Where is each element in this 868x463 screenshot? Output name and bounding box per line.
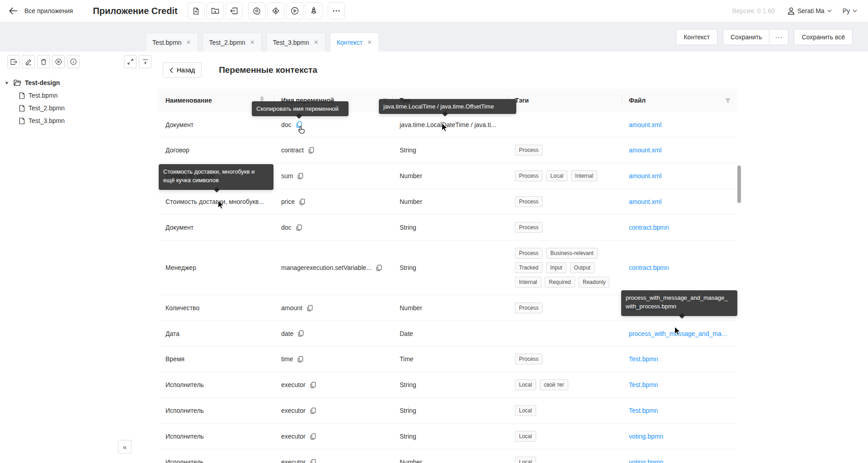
table-row[interactable]: Менеджерmanagerexecution.setVariable...S… <box>158 241 737 295</box>
copy-icon[interactable] <box>310 459 316 463</box>
tree-root-folder[interactable]: ▼ Test-design <box>5 76 154 89</box>
user-icon <box>788 7 795 15</box>
variables-table: Наименование Имя переменной Тип <box>158 89 737 463</box>
copy-icon[interactable] <box>299 198 306 205</box>
file-link[interactable]: amount.xml <box>629 198 661 205</box>
table-row[interactable]: ИсполнительexecutorStringLocalTest.bpmn <box>158 398 737 424</box>
export-button[interactable] <box>7 55 20 68</box>
column-header-file[interactable]: Файл <box>622 89 737 112</box>
variable-title: Исполнитель <box>165 407 204 414</box>
copy-icon[interactable] <box>308 147 315 154</box>
tab-контекст[interactable]: Контекст✕ <box>330 33 379 52</box>
copy-icon[interactable] <box>297 356 304 363</box>
save-more-button[interactable]: ··· <box>769 29 788 45</box>
tag-badge: Input <box>546 262 566 273</box>
back-arrow-icon[interactable] <box>9 6 18 15</box>
table-row[interactable]: ДатаdateDateprocess_with_message_and_mas… <box>158 321 737 346</box>
tab-test-bpmn[interactable]: Test.bpmn✕ <box>146 33 198 52</box>
column-header-tags[interactable]: Тэги <box>508 89 622 112</box>
file-link[interactable]: Test.bpmn <box>629 381 658 388</box>
copy-icon[interactable] <box>297 330 304 337</box>
app-root: Все приложения Приложение Credit Версия <box>0 0 868 463</box>
context-button[interactable]: Контекст <box>676 29 717 45</box>
tree-file-test-2-bpmn[interactable]: Test_2.bpmn <box>5 102 154 114</box>
edit-button[interactable] <box>22 55 35 68</box>
split-plus-icon <box>142 59 148 65</box>
save-button[interactable]: Сохранить <box>723 29 770 45</box>
tab-close-icon[interactable]: ✕ <box>367 39 372 46</box>
copy-icon[interactable] <box>296 121 302 128</box>
variable-name: executor <box>281 433 306 440</box>
folder-add-icon <box>211 7 219 14</box>
copy-icon[interactable] <box>376 265 382 271</box>
variable-name: price <box>281 198 295 205</box>
tab-close-icon[interactable]: ✕ <box>314 39 319 46</box>
table-row[interactable]: Документdocjava.time.LocalDateTime / jav… <box>158 112 737 137</box>
caret-down-icon[interactable]: ▼ <box>5 80 11 85</box>
tab-test-3-bpmn[interactable]: Test_3.bpmn✕ <box>266 33 326 52</box>
table-row[interactable]: ВремяtimeTimeProcessTest.bpmn <box>158 346 737 372</box>
import-button[interactable] <box>226 2 243 19</box>
info-button[interactable] <box>67 55 80 68</box>
table-row[interactable]: ДоговорcontractStringProcessamount.xml <box>158 137 737 163</box>
page-header: Назад Переменные контекста <box>163 62 317 78</box>
new-file-button[interactable] <box>188 2 205 19</box>
all-applications-link[interactable]: Все приложения <box>24 7 73 14</box>
open-folder-icon <box>14 80 21 86</box>
filter-icon[interactable] <box>725 98 731 105</box>
file-link[interactable]: voting.bpmn <box>629 433 663 440</box>
tree-file-test-bpmn[interactable]: Test.bpmn <box>5 89 154 102</box>
debug-button[interactable] <box>305 2 322 19</box>
table-row[interactable]: ИсполнительexecutorNumberLocalvoting.bpm… <box>158 449 737 463</box>
table-row[interactable]: ИсполнительexecutorStringLocalсвой тегTe… <box>158 372 737 398</box>
file-link[interactable]: Test.bpmn <box>629 407 658 414</box>
file-link[interactable]: amount.xml <box>629 172 661 180</box>
tree-file-test-3-bpmn[interactable]: Test_3.bpmn <box>5 114 154 127</box>
edit-pencil-icon <box>25 59 32 65</box>
tree-file-label: Test_2.bpmn <box>28 104 65 112</box>
collapse-sidebar-button[interactable]: « <box>118 440 132 454</box>
more-actions-button[interactable] <box>328 2 345 19</box>
delete-button[interactable] <box>37 55 50 68</box>
chevron-down-icon <box>827 9 832 13</box>
file-link[interactable]: voting.bpmn <box>629 458 663 463</box>
copy-icon[interactable] <box>310 407 316 414</box>
run-button[interactable] <box>286 2 303 19</box>
user-menu[interactable]: Serati Ma <box>788 7 832 15</box>
variable-type: String <box>400 224 416 231</box>
settings-button[interactable] <box>248 2 265 19</box>
file-link[interactable]: process_with_message_and_mas... <box>629 330 730 337</box>
variable-type: String <box>400 381 416 388</box>
tab-label: Test_2.bpmn <box>209 39 245 46</box>
new-folder-button[interactable] <box>207 2 224 19</box>
variable-type: String <box>400 146 416 154</box>
copy-icon[interactable] <box>310 433 316 440</box>
run-process-button[interactable] <box>52 55 65 68</box>
file-link[interactable]: contract.bpmn <box>629 224 669 231</box>
variable-type: Date <box>400 330 413 337</box>
table-row[interactable]: Стоимость доставки, многобукв...priceNum… <box>158 189 737 215</box>
tooltip-long-filename: process_with_message_and_masage_ with_pr… <box>621 290 737 316</box>
tag-list: Process <box>515 145 542 156</box>
copy-icon[interactable] <box>297 173 304 180</box>
file-link[interactable]: amount.xml <box>629 121 661 128</box>
file-link[interactable]: Test.bpmn <box>629 355 658 363</box>
tab-close-icon[interactable]: ✕ <box>186 39 191 46</box>
copy-icon[interactable] <box>307 305 313 312</box>
deploy-button[interactable] <box>267 2 284 19</box>
copy-icon[interactable] <box>310 382 316 388</box>
expand-panel-button[interactable] <box>124 55 137 68</box>
vertical-scrollbar[interactable] <box>737 165 741 203</box>
file-link[interactable]: amount.xml <box>629 146 661 154</box>
file-link[interactable]: contract.bpmn <box>629 264 669 271</box>
tab-close-icon[interactable]: ✕ <box>250 39 255 46</box>
copy-icon[interactable] <box>296 224 302 231</box>
save-all-button[interactable]: Сохранить всё <box>794 29 853 45</box>
tag-badge: Internal <box>515 277 541 288</box>
table-row[interactable]: ИсполнительexecutorStringLocalvoting.bpm… <box>158 424 737 449</box>
tab-test-2-bpmn[interactable]: Test_2.bpmn✕ <box>203 33 262 52</box>
back-button[interactable]: Назад <box>163 62 202 78</box>
split-panel-button[interactable] <box>139 55 151 68</box>
language-selector[interactable]: Ру <box>843 7 857 14</box>
table-row[interactable]: ДокументdocStringProcesscontract.bpmn <box>158 215 737 241</box>
